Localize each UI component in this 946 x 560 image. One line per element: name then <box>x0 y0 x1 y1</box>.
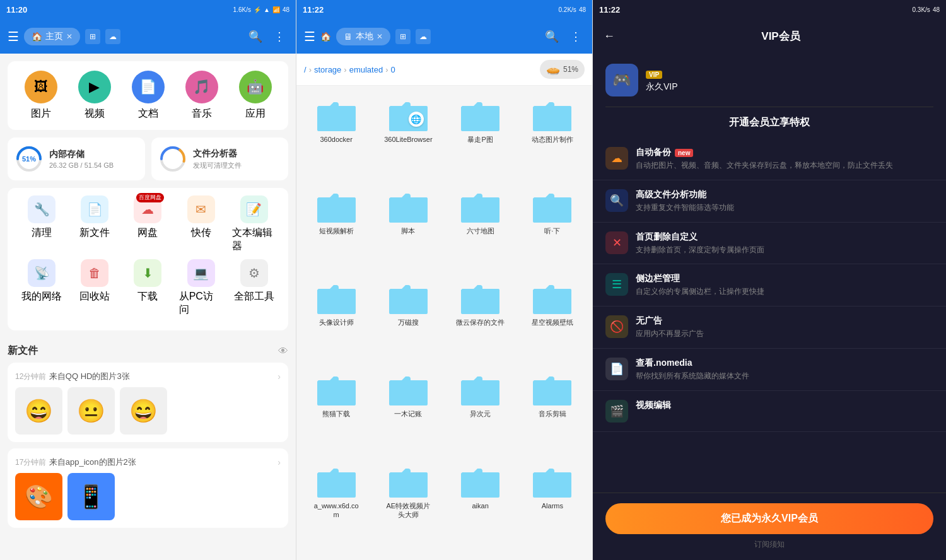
folder-wanci[interactable]: 万磁搜 <box>373 274 443 363</box>
home-tab-label: 主页 <box>45 31 63 42</box>
tab-inactive-p1[interactable]: ⊞ <box>85 29 100 44</box>
tool-trash[interactable]: 🗑 回收站 <box>73 259 117 317</box>
cloud-icon-p1: ☁ <box>109 32 117 41</box>
folder-xingkong[interactable]: 星空视频壁纸 <box>518 274 587 363</box>
folder-liucun[interactable]: 六寸地图 <box>446 182 515 271</box>
vip-sub-text[interactable]: 订阅须知 <box>605 539 933 550</box>
folder-awww[interactable]: a_www.x6d.com <box>301 457 371 555</box>
folder-360docker[interactable]: 360docker <box>301 91 371 180</box>
category-images[interactable]: 🖼 图片 <box>25 71 57 120</box>
folder-icon-360docker <box>316 97 357 132</box>
folder-jiaob[interactable]: 脚本 <box>373 182 443 271</box>
menu-icon-p1[interactable]: ☰ <box>8 29 19 44</box>
search-icon-p1[interactable]: 🔍 <box>245 26 266 47</box>
download-label: 下载 <box>137 290 158 303</box>
feature-noad: 🚫 无广告 应用内不再显示广告 <box>593 306 946 349</box>
category-video[interactable]: ▶ 视频 <box>78 71 111 120</box>
folder-grid: 360docker 🌐 360LiteBrowser 暴走P图 <box>296 86 592 560</box>
category-music[interactable]: 🎵 音乐 <box>185 71 218 120</box>
header-p2: ☰ 🏠 🖥 本地 ✕ ⊞ ☁ 🔍 ⋮ <box>296 19 592 54</box>
folder-xiongmao[interactable]: 熊猫下载 <box>301 365 371 454</box>
more-icon-p2[interactable]: ⋮ <box>567 26 585 47</box>
folder-icon-awww <box>316 464 357 498</box>
vip-user-info: VIP 永久VIP <box>646 68 678 93</box>
tab-local[interactable]: 🖥 本地 ✕ <box>336 28 390 45</box>
tool-network[interactable]: 📡 我的网络 <box>20 259 64 317</box>
folder-touxiang[interactable]: 头像设计师 <box>301 274 371 363</box>
music-label: 音乐 <box>192 107 212 120</box>
local-tab-label: 本地 <box>356 31 373 42</box>
tool-all[interactable]: ⚙ 全部工具 <box>232 259 276 317</box>
tab-inactive-p2[interactable]: ⊞ <box>395 29 411 44</box>
tool-clean[interactable]: 🔧 清理 <box>20 195 64 253</box>
noad-content: 无广告 应用内不再显示广告 <box>636 315 933 339</box>
folder-360litebrowser[interactable]: 🌐 360LiteBrowser <box>373 91 443 180</box>
breadcrumb: / › storage › emulated › 0 🥧 51% <box>296 54 592 86</box>
back-button[interactable]: ← <box>600 26 618 46</box>
tab-home[interactable]: 🏠 主页 ✕ <box>24 28 80 45</box>
vip-profile: 🎮 VIP 永久VIP <box>593 54 946 107</box>
folder-yinyue[interactable]: 音乐剪辑 <box>518 365 587 454</box>
folder-label-touxiang: 头像设计师 <box>311 318 361 327</box>
storage-size: 26.32 GB / 51.54 GB <box>49 161 137 169</box>
folder-baozou[interactable]: 暴走P图 <box>446 91 515 180</box>
local-tab-close[interactable]: ✕ <box>377 32 383 41</box>
folder-yimu[interactable]: 一木记账 <box>373 365 443 454</box>
menu-icon-p2[interactable]: ☰ <box>304 29 315 44</box>
folder-weiyun[interactable]: 微云保存的文件 <box>446 274 515 363</box>
home-nav-p2[interactable]: 🏠 <box>320 32 331 42</box>
folder-yiciyuan[interactable]: 异次元 <box>446 365 515 454</box>
apps-label: 应用 <box>245 107 266 120</box>
status-bar-panel2: 11:22 0.2K/s 48 <box>296 0 592 19</box>
internal-storage-card[interactable]: 51% 内部存储 26.32 GB / 51.54 GB <box>8 137 145 180</box>
tool-editor[interactable]: 📝 文本编辑器 <box>232 195 276 253</box>
folder-duanshipin[interactable]: 短视频解析 <box>301 182 371 271</box>
tool-newfile[interactable]: 📄 新文件 <box>73 195 117 253</box>
breadcrumb-root[interactable]: / <box>304 65 307 74</box>
thumb-0-0: 😄 <box>15 387 62 435</box>
network-speed-p2: 0.2K/s <box>559 6 576 13</box>
breadcrumb-emulated[interactable]: emulated <box>349 65 383 74</box>
category-apps[interactable]: 🤖 应用 <box>239 71 272 120</box>
file-group-1[interactable]: 17分钟前 来自app_icon的图片2张 › 🎨 📱 <box>8 448 288 528</box>
folder-aikan[interactable]: aikan <box>446 457 515 555</box>
breadcrumb-storage[interactable]: storage <box>314 65 341 74</box>
feature-backup: ☁ 自动备份 new 自动把图片、视频、音频、文件夹保存到云盘，释放本地空间，防… <box>593 138 946 180</box>
tab-cloud-p2[interactable]: ☁ <box>416 29 431 44</box>
feature-nomedia: 📄 查看.nomedia 帮你找到所有系统隐藏的媒体文件 <box>593 349 946 391</box>
folder-alarms[interactable]: Alarms <box>518 457 587 555</box>
file-group-0[interactable]: 12分钟前 来自QQ HD的图片3张 › 😄 😐 😄 <box>8 363 288 442</box>
folder-label-dongtai: 动态图片制作 <box>527 135 578 144</box>
folder-ting[interactable]: 听·下 <box>518 182 587 271</box>
folder-label-ting: 听·下 <box>527 226 578 235</box>
folder-icon-jiaob <box>388 189 429 223</box>
storage-row: 51% 内部存储 26.32 GB / 51.54 GB 文件分析器 <box>8 137 288 180</box>
bc-sep-3: › <box>385 65 388 74</box>
tool-cloud[interactable]: ☁ 百度网盘 网盘 <box>126 195 170 253</box>
folder-ae[interactable]: AE特效视频片头大师 <box>373 457 443 555</box>
folder-icon-yinyue <box>532 371 573 406</box>
panel-home: 11:20 1.6K/s ⚡ ▲ 📶 48 ☰ 🏠 主页 ✕ ⊞ ☁ 🔍 ⋮ <box>0 0 296 560</box>
noad-desc: 应用内不再显示广告 <box>636 329 933 339</box>
tab-cloud-p1[interactable]: ☁ <box>105 29 120 44</box>
tool-transfer[interactable]: ✉ 快传 <box>179 195 223 253</box>
folder-dongtai[interactable]: 动态图片制作 <box>518 91 587 180</box>
analysis-title: 高级文件分析功能 <box>636 189 933 201</box>
eye-icon[interactable]: 👁 <box>278 346 288 357</box>
folder-label-yinyue: 音乐剪辑 <box>527 409 578 418</box>
category-docs[interactable]: 📄 文档 <box>132 71 165 120</box>
tool-download[interactable]: ⬇ 下载 <box>126 259 170 317</box>
breadcrumb-0[interactable]: 0 <box>391 65 395 74</box>
more-icon-p1[interactable]: ⋮ <box>271 26 288 47</box>
tool-pc[interactable]: 💻 从PC访问 <box>179 259 223 317</box>
folder-label-yimu: 一木记账 <box>383 409 433 418</box>
home-tab-close[interactable]: ✕ <box>66 32 73 41</box>
search-icon-p2[interactable]: 🔍 <box>542 26 562 47</box>
transfer-icon: ✉ <box>187 195 215 223</box>
file-analyzer-card[interactable]: 文件分析器 发现可清理文件 <box>151 137 289 180</box>
folder-icon-weiyun <box>460 280 501 315</box>
editor-label: 文本编辑器 <box>232 226 276 253</box>
vip-cta-button[interactable]: 您已成为永久VIP会员 <box>605 503 933 534</box>
file-group-meta-1: 17分钟前 来自app_icon的图片2张 <box>15 456 136 468</box>
nomedia-content: 查看.nomedia 帮你找到所有系统隐藏的媒体文件 <box>636 358 933 382</box>
